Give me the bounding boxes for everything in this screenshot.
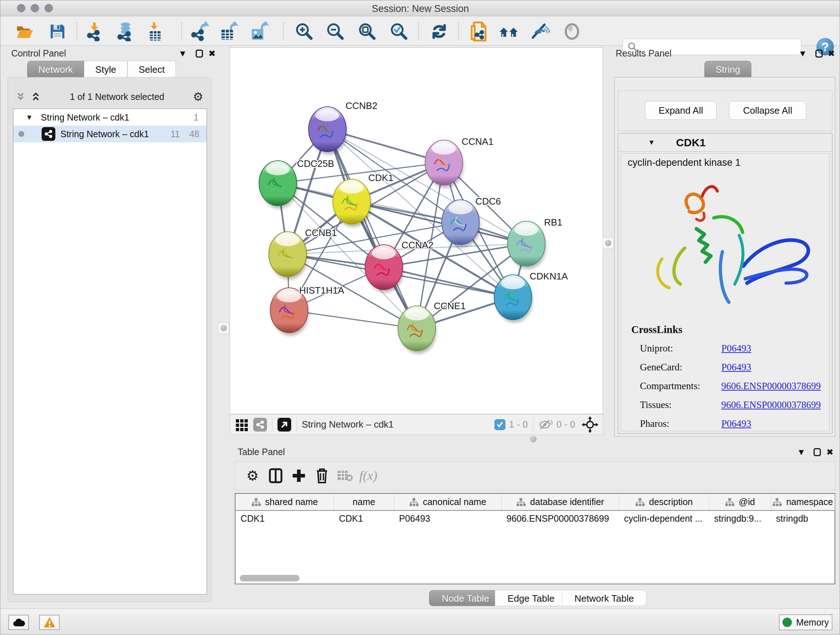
network-tree: ▼ String Network – cdk1 1 String Network… (13, 109, 207, 594)
right-splitter-handle[interactable] (603, 238, 614, 249)
collapse-all-chevron-icon[interactable] (15, 91, 26, 102)
import-network-database-icon[interactable] (115, 21, 136, 42)
cloud-status-button[interactable] (8, 615, 29, 630)
network-type-toolbar-icon[interactable] (253, 418, 267, 432)
results-panel-menu-icon[interactable]: ▼ (798, 48, 807, 60)
delete-column-icon[interactable] (310, 466, 333, 486)
results-panel-close-icon[interactable]: ✖ (828, 48, 835, 60)
home-networks-icon[interactable] (499, 21, 519, 42)
memory-button[interactable]: Memory (779, 614, 832, 630)
warnings-button[interactable] (39, 615, 60, 630)
zoom-in-icon[interactable] (294, 21, 314, 42)
crosslink-value-link[interactable]: P06493 (722, 343, 752, 354)
network-node-CDC6[interactable]: CDC6 (442, 196, 501, 248)
crosslink-value-link[interactable]: 9606.ENSP00000378699 (722, 399, 821, 410)
network-node-CCNA2[interactable]: CCNA2 (365, 240, 433, 293)
birds-eye-view-icon[interactable] (278, 418, 291, 432)
tab-node-table[interactable]: Node Table (429, 590, 502, 606)
table-options-gear-icon[interactable]: ⚙ (241, 466, 264, 486)
show-columns-icon[interactable] (264, 466, 287, 486)
table-panel: Table Panel ▼ ✖ ⚙ f(x) shared namenameca… (232, 444, 838, 607)
bottom-splitter-handle[interactable] (529, 434, 538, 444)
scrollbar-thumb[interactable] (240, 575, 300, 581)
network-node-CCNB2[interactable]: CCNB2 (309, 100, 377, 155)
crosslink-value-link[interactable]: P06493 (722, 418, 752, 429)
string-document-icon[interactable] (469, 21, 489, 42)
gene-section-header[interactable]: ▼ CDK1 (618, 134, 832, 152)
column-header-description[interactable]: description (619, 494, 709, 510)
table-panel-menu-icon[interactable]: ▼ (797, 446, 806, 458)
add-column-icon[interactable] (287, 466, 310, 486)
left-splitter-handle[interactable] (218, 323, 229, 333)
results-panel-float-icon[interactable] (815, 49, 823, 61)
network-node-CDK1[interactable]: CDK1 (333, 172, 393, 227)
network-node-CDC25B[interactable]: CDC25B (259, 158, 334, 209)
status-bar: Memory (0, 608, 840, 635)
tab-network-table[interactable]: Network Table (562, 590, 646, 606)
expand-all-chevron-icon[interactable] (30, 91, 41, 102)
table-row[interactable]: CDK1CDK1P064939606.ENSP00000378699cyclin… (235, 510, 835, 526)
crosslink-value-link[interactable]: 9606.ENSP00000378699 (722, 380, 821, 392)
network-node-CDKN1A[interactable]: CDKN1A (494, 271, 568, 323)
network-row[interactable]: String Network – cdk1 11 48 (13, 126, 207, 142)
zoom-out-icon[interactable] (325, 21, 346, 42)
network-node-CCNE1[interactable]: CCNE1 (398, 301, 466, 354)
node-label-RB1: RB1 (544, 217, 562, 228)
delete-table-icon[interactable] (333, 466, 357, 486)
zoom-fit-icon[interactable] (357, 21, 377, 42)
tab-string[interactable]: String (704, 61, 752, 78)
table-panel-close-icon[interactable]: ✖ (826, 446, 834, 458)
export-network-icon[interactable] (190, 21, 210, 42)
column-header-shared-name[interactable]: shared name (235, 494, 334, 510)
network-collection-row[interactable]: ▼ String Network – cdk1 1 (13, 109, 207, 126)
export-image-icon[interactable] (248, 21, 269, 42)
network-node-HIST1H1A[interactable]: HIST1H1A (270, 285, 344, 336)
network-node-CCNA1[interactable]: CCNA1 (425, 136, 493, 188)
tab-style[interactable]: Style (84, 61, 127, 78)
column-header-name[interactable]: name (334, 494, 394, 510)
column-header--id[interactable]: @id (709, 494, 771, 510)
network-canvas[interactable]: CCNB2CCNA1CDC25BCDK1CDC6RB1CCNB1CCNA2CDK… (230, 48, 603, 414)
import-table-file-icon[interactable] (145, 21, 165, 42)
collection-expander-icon[interactable]: ▼ (26, 113, 33, 122)
column-header-database-identifier[interactable]: database identifier (501, 494, 619, 510)
column-source-icon (772, 498, 782, 507)
tab-network[interactable]: Network (27, 61, 84, 78)
node-label-CDK1: CDK1 (368, 172, 393, 183)
function-builder-icon[interactable]: f(x) (357, 466, 380, 486)
network-node-RB1[interactable]: RB1 (508, 217, 562, 269)
selected-nodes-checkbox[interactable] (494, 419, 505, 430)
control-panel-menu-icon[interactable]: ▼ (178, 48, 187, 60)
export-table-icon[interactable] (218, 21, 238, 42)
refresh-icon[interactable] (429, 21, 449, 42)
column-header-canonical-name[interactable]: canonical name (394, 494, 501, 510)
node-label-CDKN1A: CDKN1A (530, 271, 568, 282)
pan-crosshair-icon[interactable] (582, 416, 598, 433)
network-options-gear-icon[interactable]: ⚙ (193, 90, 203, 103)
expand-all-button[interactable]: Expand All (645, 101, 717, 120)
title-bar: Session: New Session (0, 0, 840, 16)
table-panel-float-icon[interactable] (813, 447, 821, 459)
network-selection-status: 1 of 1 Network selected (41, 92, 193, 102)
control-panel-float-icon[interactable] (196, 49, 203, 61)
toolbar-divider (77, 23, 77, 40)
grid-view-icon[interactable] (235, 418, 249, 432)
network-node-CCNB1[interactable]: CCNB1 (269, 227, 337, 279)
tab-select[interactable]: Select (127, 61, 176, 78)
zoom-selected-icon[interactable] (389, 21, 409, 42)
edge-count: 48 (189, 129, 199, 139)
save-session-icon[interactable] (47, 21, 68, 42)
show-all-eye-icon[interactable] (562, 21, 582, 42)
table-header-row: shared namenamecanonical namedatabase id… (235, 494, 835, 510)
current-network-dot-icon (19, 131, 24, 137)
tab-edge-table[interactable]: Edge Table (495, 590, 567, 606)
import-network-file-icon[interactable] (86, 21, 106, 42)
gene-expander-icon[interactable]: ▼ (648, 138, 655, 147)
collapse-all-button[interactable]: Collapse All (729, 101, 806, 120)
crosslink-value-link[interactable]: P06493 (722, 362, 752, 373)
open-session-icon[interactable] (15, 21, 35, 42)
control-panel-close-icon[interactable]: ✖ (208, 48, 216, 60)
column-header-label: database identifier (530, 497, 604, 507)
column-header-namespace[interactable]: namespace (771, 494, 835, 510)
hide-selected-eye-icon[interactable] (530, 21, 550, 42)
